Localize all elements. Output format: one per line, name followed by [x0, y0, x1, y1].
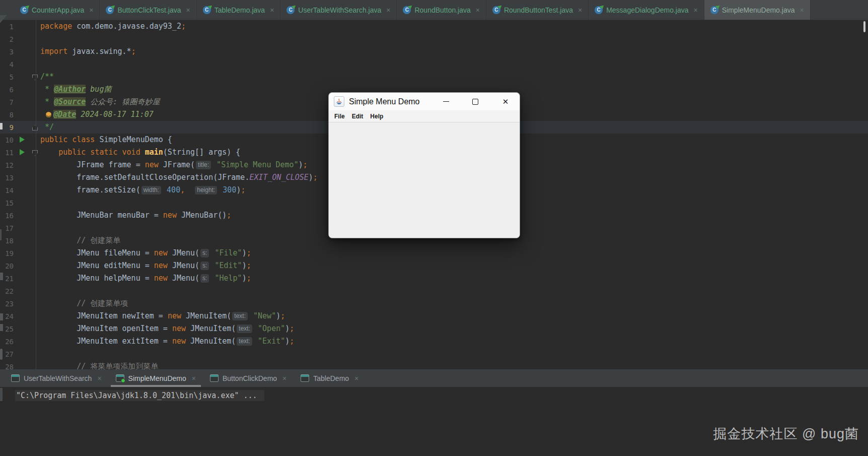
screen-edge-artifact [0, 324, 3, 331]
fold-toggle-icon[interactable] [32, 125, 38, 131]
editor-tab[interactable]: CButtonClickTest.java× [100, 0, 196, 20]
code-line[interactable]: 23 // 创建菜单项 [0, 297, 868, 310]
gutter-icons [14, 322, 40, 335]
run-tab-label: UserTableWithSearch [24, 374, 92, 382]
code-line[interactable]: 24 JMenuItem newItem = new JMenuItem(tex… [0, 310, 868, 322]
line-number: 22 [0, 287, 14, 295]
code-text: // 创建菜单 [40, 234, 120, 247]
run-overlay-icon [292, 4, 298, 9]
ide-root: CCounterApp.java×CButtonClickTest.java×C… [0, 0, 868, 456]
code-text: JMenuBar menuBar = new JMenuBar(); [40, 209, 231, 222]
run-tab[interactable]: UserTableWithSearch× [4, 369, 109, 387]
code-line[interactable]: 4 [0, 58, 868, 71]
window-content[interactable] [329, 122, 520, 238]
code-text: @Date 2024-08-17 11:07 [40, 108, 154, 121]
line-number: 17 [0, 224, 14, 232]
run-tab[interactable]: TableDemo× [294, 369, 366, 387]
editor-tab[interactable]: CUserTableWithSearch.java× [280, 0, 397, 20]
tab-close-icon[interactable]: × [694, 6, 698, 14]
code-line[interactable]: 27 [0, 348, 868, 360]
code-line[interactable]: 5/** [0, 71, 868, 83]
tab-close-icon[interactable]: × [97, 374, 101, 382]
line-number: 13 [0, 174, 14, 182]
close-button[interactable]: ✕ [495, 93, 516, 110]
java-class-icon: C [106, 6, 114, 14]
line-number: 5 [0, 73, 14, 81]
tab-close-icon[interactable]: × [386, 6, 390, 14]
code-line[interactable]: 2 [0, 33, 868, 45]
code-line[interactable]: 19 JMenu fileMenu = new JMenu(s: "File")… [0, 247, 868, 259]
code-text: JMenu fileMenu = new JMenu(s: "File"); [40, 247, 251, 259]
gutter-icons [14, 272, 40, 285]
tab-close-icon[interactable]: × [354, 374, 358, 382]
run-overlay-icon [408, 4, 414, 9]
tab-close-icon[interactable]: × [800, 6, 804, 14]
code-line[interactable]: 26 JMenuItem exitItem = new JMenuItem(te… [0, 335, 868, 348]
menu-item-file[interactable]: File [331, 113, 348, 120]
gutter-icons [14, 247, 40, 259]
maximize-button[interactable] [465, 93, 485, 110]
gutter-icons [14, 285, 40, 297]
tab-close-icon[interactable]: × [282, 374, 286, 382]
code-text: JMenu helpMenu = new JMenu(s: "Help"); [40, 272, 251, 285]
run-tab[interactable]: SimpleMenuDemo× [109, 369, 203, 387]
gutter-icons [14, 335, 40, 348]
code-line[interactable]: 25 JMenuItem openItem = new JMenuItem(te… [0, 322, 868, 335]
line-number: 23 [0, 300, 14, 308]
run-line-icon[interactable] [20, 149, 25, 155]
fold-toggle-icon[interactable] [32, 150, 38, 156]
menu-item-help[interactable]: Help [367, 113, 387, 120]
run-line-icon[interactable] [20, 137, 25, 143]
tab-close-icon[interactable]: × [186, 6, 190, 14]
run-tab[interactable]: ButtonClickDemo× [203, 369, 294, 387]
code-line[interactable]: 1package com.demo.javase.day93_2; [0, 20, 868, 33]
console-icon [301, 374, 309, 382]
code-text: /** [40, 71, 54, 83]
minimize-button[interactable] [436, 93, 456, 110]
tab-close-icon[interactable]: × [476, 6, 480, 14]
line-number: 8 [0, 111, 14, 119]
run-console[interactable]: "C:\Program Files\Java\jdk1.8.0_201\bin\… [0, 387, 868, 456]
code-line[interactable]: 28 // 将菜单项添加到菜单 [0, 360, 868, 369]
code-line[interactable]: 3import javax.swing.*; [0, 45, 868, 58]
editor-tab-label: TableDemo.java [214, 6, 265, 14]
tab-close-icon[interactable]: × [578, 6, 582, 14]
console-icon [210, 374, 219, 382]
java-coffee-icon [334, 96, 344, 107]
editor-tab[interactable]: CMessageDialogDemo.java× [589, 0, 704, 20]
window-title-bar[interactable]: Simple Menu Demo ✕ [329, 93, 520, 110]
run-tab-label: SimpleMenuDemo [128, 374, 186, 382]
gutter-icons [14, 33, 40, 45]
line-number: 10 [0, 136, 14, 144]
tab-close-icon[interactable]: × [192, 374, 196, 382]
window-menu-bar: FileEditHelp [329, 110, 520, 122]
java-class-icon: C [492, 6, 500, 14]
run-overlay-icon [600, 4, 605, 9]
code-text: // 将菜单项添加到菜单 [40, 360, 158, 369]
line-number: 1 [0, 23, 14, 31]
swing-window[interactable]: Simple Menu Demo ✕ FileEditHelp [328, 92, 520, 238]
editor-tab[interactable]: CCounterApp.java× [14, 0, 100, 20]
code-text: package com.demo.javase.day93_2; [40, 20, 186, 33]
menu-item-edit[interactable]: Edit [348, 113, 367, 120]
java-class-icon: C [20, 6, 28, 14]
editor-tab-label: RoundButton.java [414, 6, 470, 14]
code-line[interactable]: 20 JMenu editMenu = new JMenu(s: "Edit")… [0, 259, 868, 272]
tab-close-icon[interactable]: × [270, 6, 274, 14]
run-tab-label: ButtonClickDemo [223, 374, 277, 382]
tab-close-icon[interactable]: × [89, 6, 93, 14]
gutter-divider [36, 20, 36, 369]
editor-tab[interactable]: CRoundButtonTest.java× [486, 0, 589, 20]
editor-tab[interactable]: CSimpleMenuDemo.java× [704, 0, 811, 20]
editor-tab[interactable]: CTableDemo.java× [197, 0, 281, 20]
editor-scrollbar-thumb[interactable] [863, 21, 865, 32]
gutter-icons [14, 134, 40, 146]
line-number: 15 [0, 199, 14, 207]
code-line[interactable]: 22 [0, 285, 868, 297]
running-indicator-dot [121, 378, 125, 383]
gutter-icons [14, 234, 40, 247]
fold-toggle-icon[interactable] [32, 75, 38, 80]
intention-bulb-icon[interactable] [46, 112, 51, 117]
editor-tab[interactable]: CRoundButton.java× [397, 0, 486, 20]
code-line[interactable]: 21 JMenu helpMenu = new JMenu(s: "Help")… [0, 272, 868, 285]
